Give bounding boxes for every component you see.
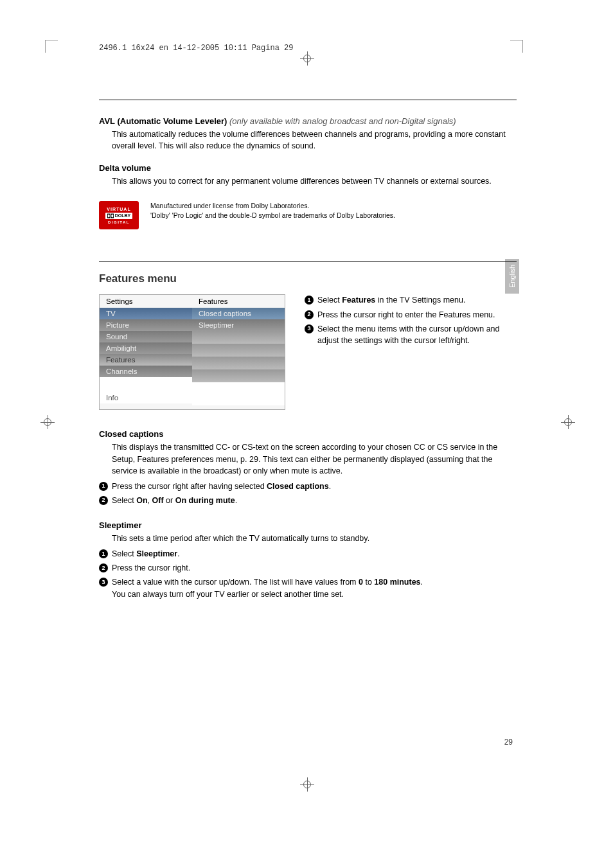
sleeptimer-body: This sets a time period after which the … — [112, 533, 517, 544]
menu-item-sound: Sound — [100, 331, 192, 342]
step-number-icon: 2 — [305, 310, 314, 319]
dolby-logo: VIRTUAL DOLBY DIGITAL — [99, 201, 139, 229]
sleep-step-2: Press the cursor right. — [112, 562, 190, 574]
cc-step-1: Press the cursor right after having sele… — [112, 481, 331, 492]
closed-captions-body: This displays the transmitted CC- or CS-… — [112, 441, 517, 476]
avl-heading: AVL (Automatic Volume Leveler) (only ava… — [99, 116, 517, 126]
svg-point-2 — [108, 214, 110, 217]
settings-menu-illustration: Settings TV Picture Sound Ambilight Feat… — [99, 294, 285, 410]
menu-item-picture: Picture — [100, 319, 192, 331]
svg-point-3 — [111, 214, 113, 217]
registration-target-left — [40, 415, 55, 429]
step-number-icon: 3 — [99, 578, 108, 587]
menu-item-closed-captions: Closed captions — [192, 308, 285, 319]
step-number-icon: 3 — [305, 324, 314, 333]
menu-item-tv: TV — [100, 308, 192, 319]
step-number-icon: 2 — [99, 563, 108, 572]
delta-heading: Delta volume — [99, 163, 517, 173]
step-number-icon: 2 — [99, 496, 108, 505]
page-number: 29 — [504, 738, 513, 747]
features-step-3: Select the menu items with the cursor up… — [317, 323, 517, 346]
registration-target-bottom — [300, 777, 314, 792]
features-step-2: Press the cursor right to enter the Feat… — [317, 309, 495, 321]
registration-target-right — [561, 415, 575, 429]
menu-header-settings: Settings — [100, 295, 192, 308]
sleep-step-1: Select Sleeptimer. — [112, 548, 180, 560]
features-step-1: Select Features in the TV Settings menu. — [317, 294, 465, 306]
features-menu-heading: Features menu — [99, 272, 517, 285]
closed-captions-heading: Closed captions — [99, 429, 517, 439]
menu-item-channels: Channels — [100, 366, 192, 377]
step-number-icon: 1 — [99, 549, 108, 558]
dolby-license-text: Manufactured under license from Dolby La… — [150, 201, 395, 220]
menu-item-sleeptimer: Sleeptimer — [192, 319, 285, 331]
cc-step-2: Select On, Off or On during mute. — [112, 495, 237, 506]
avl-body: This automatically reduces the volume di… — [112, 128, 517, 152]
step-number-icon: 1 — [99, 482, 108, 491]
print-job-header: 2496.1 16x24 en 14-12-2005 10:11 Pagina … — [99, 44, 517, 55]
menu-item-ambilight: Ambilight — [100, 342, 192, 354]
sleep-step-3: Select a value with the cursor up/down. … — [112, 576, 423, 599]
step-number-icon: 1 — [305, 296, 314, 305]
menu-item-features: Features — [100, 354, 192, 366]
menu-header-features: Features — [192, 295, 285, 308]
sleeptimer-heading: Sleeptimer — [99, 520, 517, 530]
menu-item-info: Info — [100, 389, 192, 403]
delta-body: This allows you to correct for any perma… — [112, 175, 517, 187]
section-divider — [99, 261, 517, 262]
crop-mark-tl — [45, 40, 58, 53]
